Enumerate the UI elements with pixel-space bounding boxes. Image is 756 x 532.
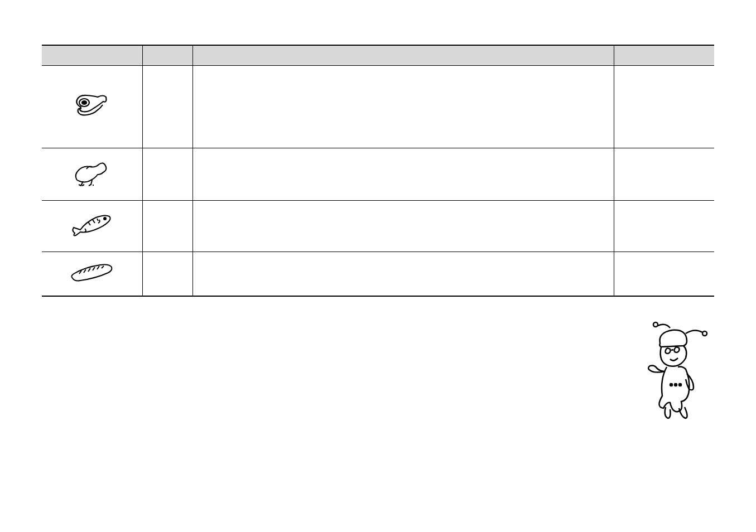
food-table [42, 45, 714, 297]
chicken-icon [71, 158, 113, 191]
table-row [42, 148, 714, 200]
table-cell [192, 200, 614, 252]
table-cell [142, 65, 192, 148]
food-icon-cell [42, 200, 142, 252]
svg-point-2 [104, 217, 106, 220]
svg-point-7 [679, 384, 681, 386]
character-mascot [633, 318, 711, 426]
bread-icon [68, 262, 115, 286]
fish-icon [68, 210, 115, 243]
svg-point-5 [670, 384, 672, 386]
table-cell [614, 200, 714, 252]
table-header-3 [192, 45, 614, 65]
svg-point-1 [82, 101, 86, 104]
table-header-row [42, 45, 714, 65]
svg-point-6 [675, 384, 677, 386]
table-cell [614, 148, 714, 200]
food-icon-cell [42, 148, 142, 200]
table-row [42, 252, 714, 296]
table-cell [192, 148, 614, 200]
table-row [42, 65, 714, 148]
table-cell [614, 252, 714, 296]
steak-icon [73, 90, 112, 123]
svg-point-4 [702, 331, 707, 336]
table-cell [614, 65, 714, 148]
svg-point-3 [653, 322, 658, 327]
food-icon-cell [42, 252, 142, 296]
table-header-4 [614, 45, 714, 65]
table-row [42, 200, 714, 252]
table-cell [142, 252, 192, 296]
table-cell [142, 148, 192, 200]
food-icon-cell [42, 65, 142, 148]
table-cell [192, 65, 614, 148]
table-header-2 [142, 45, 192, 65]
table-cell [192, 252, 614, 296]
table-cell [142, 200, 192, 252]
table-header-1 [42, 45, 142, 65]
